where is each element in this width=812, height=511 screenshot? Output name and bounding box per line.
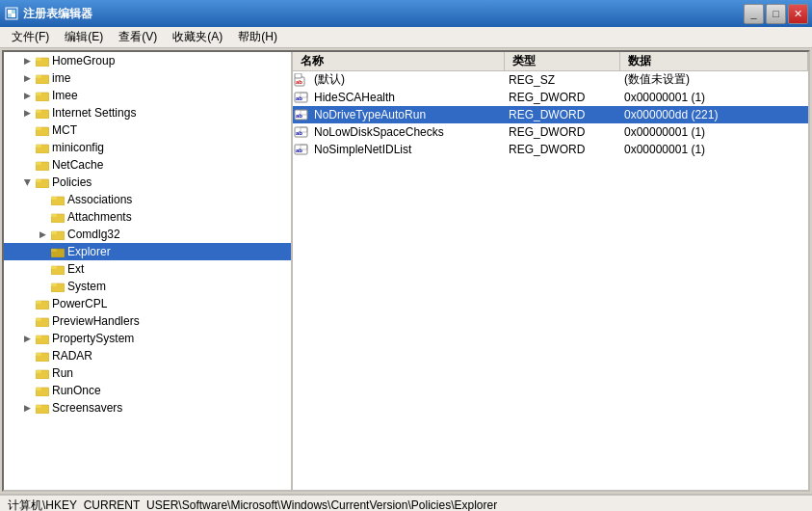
value-row-nosimplenetidlist[interactable]: ab NoSimpleNetIDList REG_DWORD 0x0000000… <box>293 141 808 158</box>
val-icon-nosimplenetidlist: ab <box>293 141 310 158</box>
value-row-nolowdiskspacechecks[interactable]: ab NoLowDiskSpaceChecks REG_DWORD 0x0000… <box>293 123 808 141</box>
folder-icon-policies <box>35 175 50 189</box>
tree-item-homegroup[interactable]: HomeGroup <box>4 52 291 69</box>
expander-policies[interactable] <box>19 175 35 190</box>
svg-rect-40 <box>36 353 41 356</box>
menu-edit[interactable]: 编辑(E) <box>57 27 111 47</box>
tree-label-miniconfig: miniconfig <box>52 141 104 154</box>
expander-mct <box>19 122 35 138</box>
svg-rect-36 <box>36 318 41 321</box>
tree-item-explorer[interactable]: Explorer <box>4 243 291 260</box>
folder-icon-powercpl <box>35 297 50 310</box>
folder-icon-imee <box>35 89 50 102</box>
folder-icon-attachments <box>50 210 65 224</box>
val-icon-nodrivetypeautorun: ab <box>293 106 310 123</box>
svg-text:ab: ab <box>296 113 302 119</box>
app-icon <box>4 6 19 21</box>
value-row-nodrivetypeautorun[interactable]: ab NoDriveTypeAutoRun REG_DWORD 0x000000… <box>293 106 808 123</box>
expander-run <box>19 365 35 381</box>
tree-item-radar[interactable]: RADAR <box>4 347 291 364</box>
maximize-button[interactable]: □ <box>766 4 786 24</box>
expander-propertysystem[interactable] <box>19 331 35 346</box>
value-row-hidescehealth[interactable]: ab HideSCAHealth REG_DWORD 0x00000001 (1… <box>293 89 808 106</box>
folder-icon-runonce <box>35 384 50 397</box>
tree-item-comdlg32[interactable]: Comdlg32 <box>4 226 291 243</box>
folder-icon-ime <box>35 71 50 85</box>
val-type-nolowdiskspacechecks: REG_DWORD <box>505 125 620 139</box>
folder-icon-ext <box>50 262 65 276</box>
tree-item-powercpl[interactable]: PowerCPL <box>4 295 291 312</box>
tree-label-netcache: NetCache <box>52 158 103 172</box>
tree-item-imee[interactable]: Imee <box>4 87 291 104</box>
svg-rect-8 <box>36 75 41 78</box>
tree-item-internetsettings[interactable]: Internet Settings <box>4 104 291 121</box>
tree-item-mct[interactable]: MCT <box>4 121 291 139</box>
tree-item-netcache[interactable]: NetCache <box>4 156 291 174</box>
svg-rect-46 <box>36 405 41 408</box>
expander-internetsettings[interactable] <box>19 105 35 121</box>
status-path: 计算机\HKEY_CURRENT_USER\Software\Microsoft… <box>8 498 497 512</box>
tree-item-attachments[interactable]: Attachments <box>4 208 291 226</box>
tree-label-radar: RADAR <box>52 349 92 363</box>
expander-imee[interactable] <box>19 88 35 103</box>
val-icon-hidescehealth: ab <box>293 89 310 106</box>
val-name-nodrivetypeautorun: NoDriveTypeAutoRun <box>310 108 505 121</box>
tree-scroll-area[interactable]: HomeGroup ime Imee <box>4 52 291 490</box>
tree-item-run[interactable]: Run <box>4 364 291 382</box>
menu-file[interactable]: 文件(F) <box>4 27 57 47</box>
tree-item-policies[interactable]: Policies <box>4 174 291 191</box>
svg-rect-1 <box>8 10 12 13</box>
val-name-hidescehealth: HideSCAHealth <box>310 91 505 104</box>
tree-item-screensavers[interactable]: Screensavers <box>4 399 291 417</box>
expander-screensavers[interactable] <box>19 400 35 416</box>
expander-associations <box>35 192 50 207</box>
val-data-nodrivetypeautorun: 0x000000dd (221) <box>620 108 808 121</box>
svg-rect-34 <box>36 301 41 304</box>
val-data-hidescehealth: 0x00000001 (1) <box>620 91 808 104</box>
expander-powercpl <box>19 296 35 311</box>
tree-label-ime: ime <box>52 71 70 85</box>
tree-item-propertysystem[interactable]: PropertySystem <box>4 330 291 347</box>
svg-rect-16 <box>36 145 41 148</box>
folder-icon-screensavers <box>35 401 50 415</box>
main-container: HomeGroup ime Imee <box>2 50 810 492</box>
expander-attachments <box>35 209 50 225</box>
expander-comdlg32[interactable] <box>35 227 50 242</box>
menu-favorites[interactable]: 收藏夹(A) <box>165 27 230 47</box>
values-header: 名称 类型 数据 <box>293 52 808 71</box>
expander-system <box>35 279 50 294</box>
folder-icon-internetsettings <box>35 106 50 120</box>
close-button[interactable]: ✕ <box>788 4 808 24</box>
expander-homegroup[interactable] <box>19 53 35 68</box>
tree-label-system: System <box>67 280 106 293</box>
svg-rect-10 <box>36 93 41 95</box>
svg-rect-20 <box>36 179 41 182</box>
folder-icon-miniconfig <box>35 141 50 154</box>
tree-item-system[interactable]: System <box>4 278 291 295</box>
tree-item-runonce[interactable]: RunOnce <box>4 382 291 399</box>
tree-label-propertysystem: PropertySystem <box>52 332 134 345</box>
tree-label-explorer: Explorer <box>67 245 111 258</box>
minimize-button[interactable]: _ <box>744 4 764 24</box>
expander-ime[interactable] <box>19 70 35 86</box>
tree-item-miniconfig[interactable]: miniconfig <box>4 139 291 156</box>
tree-item-associations[interactable]: Associations <box>4 191 291 208</box>
menu-bar: 文件(F) 编辑(E) 查看(V) 收藏夹(A) 帮助(H) <box>0 27 812 48</box>
col-header-name: 名称 <box>293 52 505 70</box>
tree-item-previewhandlers[interactable]: PreviewHandlers <box>4 312 291 330</box>
title-bar: 注册表编辑器 _ □ ✕ <box>0 0 812 27</box>
menu-view[interactable]: 查看(V) <box>111 27 165 47</box>
svg-text:ab: ab <box>296 79 302 85</box>
expander-ext <box>35 261 50 277</box>
value-row-default[interactable]: ab (默认) REG_SZ (数值未设置) <box>293 71 808 89</box>
tree-item-ime[interactable]: ime <box>4 69 291 87</box>
svg-rect-12 <box>36 110 41 113</box>
tree-label-attachments: Attachments <box>67 210 132 224</box>
menu-help[interactable]: 帮助(H) <box>230 27 285 47</box>
val-name-nosimplenetidlist: NoSimpleNetIDList <box>310 143 505 156</box>
val-icon-nolowdiskspacechecks: ab <box>293 123 310 141</box>
tree-item-ext[interactable]: Ext <box>4 260 291 278</box>
svg-rect-3 <box>8 13 12 17</box>
tree-label-mct: MCT <box>52 123 77 137</box>
tree-label-imee: Imee <box>52 89 78 102</box>
